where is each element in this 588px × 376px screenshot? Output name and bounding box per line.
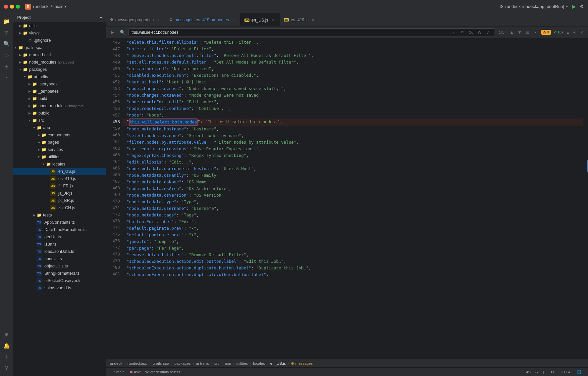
bc-locales[interactable]: locales	[253, 361, 265, 365]
filter-btn[interactable]: ⊟	[524, 29, 531, 36]
bc-en-us-js[interactable]: en_US.js	[270, 361, 286, 365]
whole-word-btn[interactable]: W	[476, 29, 483, 36]
error-status[interactable]: AWS: No credentials select	[127, 368, 183, 376]
tree-item-locales[interactable]: ▼ 📁 locales	[13, 161, 106, 168]
no-arrow	[32, 271, 36, 276]
search-icon[interactable]: 🔍	[1, 38, 12, 49]
question-icon[interactable]: ?	[1, 363, 12, 373]
file-tree-panel: Project ▾ ▶ 📁 utils ▶ 📁 views ⚙	[13, 13, 106, 376]
tree-item-datetimeformatters[interactable]: TS DateTimeFormatters.ts	[13, 226, 106, 233]
minimize-window-btn[interactable]	[10, 5, 14, 9]
line-ending-status[interactable]: LF	[548, 370, 558, 374]
close-window-btn[interactable]	[4, 5, 8, 9]
tree-item-src[interactable]: ▼ 📁 src	[13, 117, 106, 124]
bc-app[interactable]: app	[225, 361, 231, 365]
position-status[interactable]: 458:65	[523, 370, 540, 374]
tab-en-us-js[interactable]: JS en_US.js ×	[241, 13, 280, 26]
tree-item-ja-jp[interactable]: JS ja_JP.js	[13, 190, 106, 197]
tree-item-templates[interactable]: ▶ 📁 _templates	[13, 88, 106, 95]
tab-close-icon[interactable]: ×	[270, 18, 276, 23]
tree-item-es-419[interactable]: JS es_419.js	[13, 175, 106, 182]
tree-item-storybook[interactable]: ▶ 📁 .storybook	[13, 80, 106, 88]
tree-item-zh-cn[interactable]: JS zh_CN.js	[13, 204, 106, 212]
bc-rundeck[interactable]: rundeck	[109, 361, 122, 365]
run-button[interactable]: ▶	[572, 3, 576, 10]
tab-close-icon[interactable]: ×	[156, 17, 161, 23]
commit-icon[interactable]: ⊙	[1, 27, 12, 38]
next-match-btn[interactable]: ▼	[516, 29, 523, 36]
tab-messages-es-419[interactable]: ⚙ messages_es_419.properties ×	[165, 13, 241, 26]
refresh-search-btn[interactable]: ↺	[459, 29, 466, 36]
git-status[interactable]: ⑂ main	[110, 368, 127, 376]
tree-item-node-modules-2[interactable]: ▶ 📁 node_modules library root	[13, 102, 106, 110]
branch-selector[interactable]: ⑂ main ▾	[51, 4, 66, 9]
tree-item-app[interactable]: ▼ 📁 app	[13, 124, 106, 131]
search-input[interactable]	[132, 30, 449, 35]
tree-item-uisocketobserver[interactable]: TS uiSocketObserver.ts	[13, 277, 106, 284]
bc-grails-spa[interactable]: grails-spa	[153, 361, 169, 365]
tree-item-build[interactable]: ▶ 📁 build	[13, 95, 106, 102]
clear-search-btn[interactable]: ×	[450, 29, 457, 36]
bc-packages[interactable]: packages	[174, 361, 190, 365]
tree-item-stringformatters[interactable]: TS StringFormatters.ts	[13, 270, 106, 277]
project-icon[interactable]: 📁	[1, 16, 12, 26]
scope-status[interactable]: {}	[540, 370, 548, 374]
nav-down-btn[interactable]: ▼	[572, 30, 576, 34]
tree-item-tests[interactable]: ▶ 📁 tests	[13, 212, 106, 219]
git-branch-icon: ⑂	[113, 370, 115, 374]
bc-utilities[interactable]: utilities	[236, 361, 248, 365]
nav-up-btn[interactable]: ▲	[566, 30, 570, 34]
tree-item-views[interactable]: ▶ 📁 views	[13, 29, 106, 37]
tree-item-genurl[interactable]: TS genUrl.ts	[13, 233, 106, 241]
prev-match-btn[interactable]: ▲	[508, 29, 515, 36]
more-icon[interactable]: ···	[1, 72, 12, 83]
tree-item-packages[interactable]: ▼ 📁 packages	[13, 66, 106, 73]
maximize-window-btn[interactable]	[16, 5, 20, 9]
tree-item-grails-spa[interactable]: ▼ 📁 grails-spa	[13, 44, 106, 51]
regex-btn[interactable]: .*	[485, 29, 492, 36]
tree-item-objectutils[interactable]: TS objectUtils.ts	[13, 262, 106, 270]
tree-item-shims-vue[interactable]: TS shims-vue.d.ts	[13, 284, 106, 292]
notification-icon[interactable]: 🔔	[1, 340, 12, 351]
case-sensitive-btn[interactable]: Cc	[467, 29, 475, 36]
settings-button[interactable]: ⚙	[580, 4, 584, 9]
tree-item-public[interactable]: ▶ 📁 public	[13, 110, 106, 117]
extensions-icon[interactable]: ⊞	[1, 61, 12, 71]
run-config[interactable]: ⟳ rundeck:rundeckapp [bootRun] ▾	[500, 4, 568, 9]
encoding-status[interactable]: UTF-8	[558, 370, 574, 374]
tree-item-ui-trellis[interactable]: ▼ 📁 ui-trellis	[13, 73, 106, 80]
tab-messages-properties[interactable]: ⚙ messages.properties ×	[106, 13, 165, 26]
tree-item-nodeui[interactable]: TS nodeUi.ts	[13, 255, 106, 262]
add-icon[interactable]: ⊕	[1, 329, 12, 340]
tree-item-en-us[interactable]: JS en_US.js	[13, 168, 106, 175]
tree-item-components[interactable]: ▶ 📁 components	[13, 131, 106, 139]
bc-messages[interactable]: ⊕ messages	[291, 361, 313, 366]
bc-ui-trellis[interactable]: ui-trellis	[196, 361, 209, 365]
tree-item-loadjsondata[interactable]: TS loadJsonData.ts	[13, 248, 106, 255]
code-content[interactable]: "delete.this.filter.ellipsis": "Delete t…	[123, 38, 583, 359]
js-icon: JS	[244, 19, 249, 22]
tree-item-pages[interactable]: ▶ 📁 pages	[13, 139, 106, 146]
bc-rundeckapp[interactable]: rundeckapp	[128, 361, 147, 365]
git-icon[interactable]: ↑	[1, 352, 12, 362]
indent-status[interactable]: 🌐	[574, 370, 584, 374]
tree-item-utilities[interactable]: ▼ 📁 utilities	[13, 153, 106, 161]
tree-item-pt-br[interactable]: JS pt_BR.js	[13, 197, 106, 204]
search-toggle-btn[interactable]: ▶	[109, 28, 117, 36]
tab-es-419-js[interactable]: JS es_419.js ×	[280, 13, 320, 26]
tree-item-gradle-build[interactable]: ▶ 📁 gradle-build	[13, 51, 106, 59]
tab-close-icon[interactable]: ×	[310, 17, 316, 23]
more-search-btn[interactable]: ⋯	[532, 29, 539, 36]
tree-item-fr-fr[interactable]: JS fr_FR.js	[13, 182, 106, 190]
tree-item-services[interactable]: ▶ 📁 services	[13, 146, 106, 153]
tree-item-utils[interactable]: ▶ 📁 utils	[13, 22, 106, 29]
tree-item-appconstants[interactable]: TS AppConstants.ts	[13, 219, 106, 226]
tree-item-node-modules-1[interactable]: ▶ 📁 node_modules library root	[13, 59, 106, 66]
run-debug-icon[interactable]: ▷	[1, 50, 12, 60]
tab-close-icon[interactable]: ×	[231, 17, 236, 23]
search-icon-btn[interactable]: 🔍	[119, 28, 127, 36]
close-search-btn[interactable]: ×	[578, 29, 585, 36]
tree-item-gitignore[interactable]: ⚙ .gitignore	[13, 37, 106, 44]
bc-src[interactable]: src	[214, 361, 219, 365]
tree-item-i18n[interactable]: TS i18n.ts	[13, 241, 106, 248]
